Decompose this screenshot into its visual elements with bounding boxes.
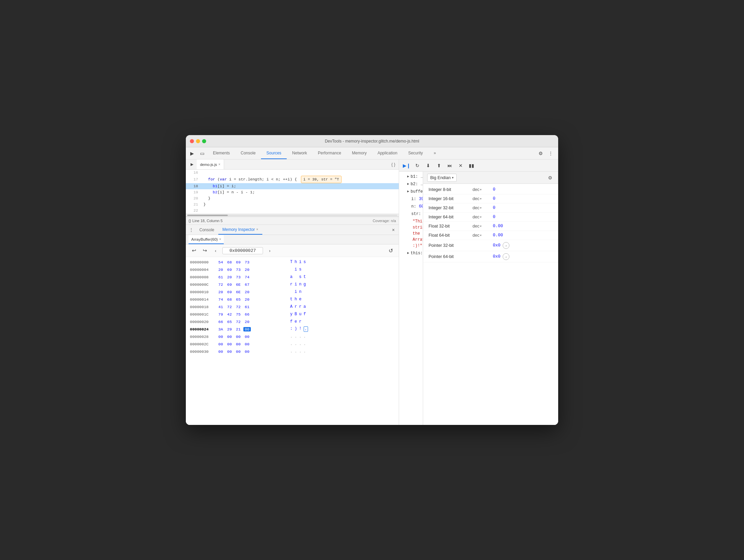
hex-address-input[interactable] [222,247,263,254]
hex-row-00000008: 00000008 61 20 73 74 a s [190,273,395,281]
tab-memory-inspector[interactable]: Memory Inspector × [218,225,262,235]
scope-item-str: str: "This is a string in the ArrayBuffe… [399,210,423,250]
minimize-button[interactable] [196,139,200,143]
memory-inspector-tab-close[interactable]: × [256,228,258,231]
sources-sidebar-toggle[interactable]: ▶ [187,160,197,169]
memory-inspector-values-pane: Big Endian ▾ ⚙ Integer 8-bit dec ▾ 0 [423,172,558,425]
left-panel: ▶ demo-js.js × { } 16 [186,159,399,425]
hex-undo-button[interactable]: ↩ [190,246,198,255]
tab-application[interactable]: Application [372,147,403,159]
close-button[interactable] [190,139,194,143]
array-buffer-tab-close[interactable]: × [219,237,221,241]
hex-row-00000020: 00000020 66 65 72 20 f e r [190,318,395,325]
array-buffer-tab[interactable]: ArrayBuffer(60) × [189,235,224,244]
window-title: DevTools - memory-inspector.glitch.me/de… [325,139,419,144]
scope-item-this[interactable]: ▶ this: Window [399,250,423,257]
hex-next-button[interactable]: › [266,246,274,255]
tab-elements[interactable]: Elements [207,147,235,159]
title-bar: DevTools - memory-inspector.glitch.me/de… [186,135,558,147]
mi-value-table: Integer 8-bit dec ▾ 0 Integer 16-bit dec… [423,184,558,425]
inspect-element-button[interactable]: ▶ [187,149,197,158]
file-tab-close[interactable]: × [218,163,220,166]
tab-sources[interactable]: Sources [261,147,287,159]
hex-row-0000000C: 0000000C 72 69 6E 67 r i n [190,281,395,288]
devtools-container: ▶ ▭ Elements Console Sources Network Per… [186,147,558,425]
devtools-settings-area: ⚙ ⋮ [536,149,557,158]
mi-settings-button[interactable]: ⚙ [546,174,554,182]
hex-table: 00000000 54 68 69 73 T h i [186,257,399,425]
resume-button[interactable]: ▶❙ [402,161,411,170]
scope-item-buffer[interactable]: ▶ buffer: ArrayBuffer(60) ⬛ [399,188,423,195]
hex-prev-button[interactable]: ‹ [212,246,220,255]
hex-row-0000002C: 0000002C 00 00 00 00 . . . [190,340,395,348]
tab-performance[interactable]: Performance [312,147,347,159]
code-scrollbar[interactable] [186,214,399,216]
memory-inspector-panel: ArrayBuffer(60) × ↩ ↪ ‹ › ↺ [186,235,399,425]
mi-row-int8: Integer 8-bit dec ▾ 0 [423,185,558,194]
hex-row-00000018: 00000018 41 72 72 61 A r r [190,303,395,310]
mi-row-int16: Integer 16-bit dec ▾ 0 [423,194,558,203]
hex-row-00000030: 00000030 00 00 00 00 . . . [190,348,395,355]
code-line-17: 17 for (var i = str.length; i < n; ++i) … [186,176,399,183]
mi-endian-toolbar: Big Endian ▾ ⚙ [423,172,558,184]
main-content-area: ▶ demo-js.js × { } 16 [186,159,558,425]
hex-row-00000010: 00000010 20 69 6E 20 i n [190,288,395,296]
settings-button[interactable]: ⚙ [536,149,545,158]
scope-item-b2[interactable]: ▶ b2: … [399,180,423,188]
hex-row-00000024: 00000024 3A 29 21 00 : ) ! [190,325,395,333]
scope-item-b1[interactable]: ▶ b1: … [399,173,423,180]
tab-more[interactable]: » [428,147,441,159]
status-bar: {} Line 18, Column 5 Coverage: n/a [186,217,399,225]
debug-toolbar: ▶❙ ↻ ⬇ ⬆ ⏭ ✕ ▮▮ [399,159,558,172]
device-toolbar-button[interactable]: ▭ [197,149,207,158]
step-into-button[interactable]: ⬇ [423,161,433,170]
tab-memory[interactable]: Memory [347,147,372,159]
step-over-button[interactable]: ↻ [413,161,422,170]
pointer32-navigate-button[interactable]: → [503,242,509,249]
hex-row-00000000: 00000000 54 68 69 73 T h i [190,258,395,266]
bottom-panel-menu[interactable]: ⋮ [187,226,195,234]
step-out-button[interactable]: ⬆ [434,161,444,170]
code-line-21: 21 } [186,201,399,208]
coverage-status: Coverage: n/a [373,219,396,223]
hex-row-00000004: 00000004 20 69 73 20 i s [190,266,395,273]
right-split: ▶ b1: … ▶ b2: … ▶ buffer: [399,172,558,425]
code-line-18: 18 b1[i] = i; [186,183,399,189]
code-content: 16 17 for (var i = str.length; i < n; ++… [186,170,399,214]
mi-row-int32: Integer 32-bit dec ▾ 0 [423,203,558,213]
close-bottom-panel[interactable]: × [389,226,397,234]
scope-panel: ▶ b1: … ▶ b2: … ▶ buffer: [399,172,423,425]
file-tab-demo-js[interactable]: demo-js.js × [197,159,224,169]
hex-toolbar: ↩ ↪ ‹ › ↺ [186,244,399,257]
mi-row-float32: Float 32-bit dec ▾ 0.00 [423,222,558,231]
tab-console-bottom[interactable]: Console [195,225,218,235]
code-line-19: 19 b2[i] = n - i - 1; [186,189,399,195]
deactivate-breakpoints-button[interactable]: ✕ [456,161,465,170]
pause-on-exceptions-button[interactable]: ▮▮ [467,161,476,170]
endian-selector[interactable]: Big Endian ▾ [427,174,457,182]
code-line-20: 20 } [186,195,399,201]
cursor-position: Line 18, Column 5 [192,219,222,223]
maximize-button[interactable] [202,139,206,143]
more-options-button[interactable]: ⋮ [546,149,555,158]
hex-redo-button[interactable]: ↪ [201,246,209,255]
hex-row-00000028: 00000028 00 00 00 00 . . . [190,333,395,340]
devtools-window: DevTools - memory-inspector.glitch.me/de… [186,135,558,425]
tab-console[interactable]: Console [235,147,261,159]
mi-row-ptr64: Pointer 64-bit 0x0 → [423,251,558,262]
main-tab-bar: ▶ ▭ Elements Console Sources Network Per… [186,147,558,159]
mi-row-ptr32: Pointer 32-bit 0x0 → ↙ [423,240,558,251]
scope-item-n: n: 60 [399,203,423,210]
format-code-button[interactable]: { } [389,160,397,169]
tab-security[interactable]: Security [403,147,428,159]
array-buffer-tab-bar: ArrayBuffer(60) × [186,235,399,244]
pointer64-navigate-button[interactable]: → [503,253,509,260]
bottom-tab-bar: ⋮ Console Memory Inspector × × [186,225,399,235]
step-button[interactable]: ⏭ [445,161,455,170]
scope-item-i: i: 39 [399,195,423,203]
hex-refresh-button[interactable]: ↺ [387,246,395,255]
status-icon: {} [189,219,191,223]
tab-network[interactable]: Network [287,147,312,159]
right-panel: ▶❙ ↻ ⬇ ⬆ ⏭ ✕ ▮▮ ▶ b1: [399,159,558,425]
hex-row-00000014: 00000014 74 68 65 20 t h e [190,296,395,303]
